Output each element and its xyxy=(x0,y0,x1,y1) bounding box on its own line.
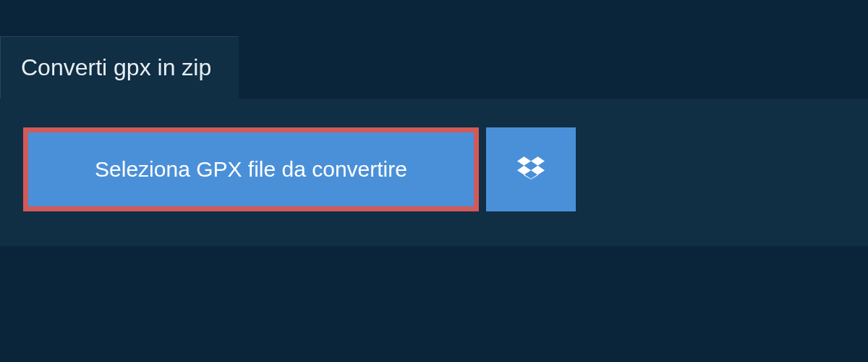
select-file-button[interactable]: Seleziona GPX file da convertire xyxy=(23,127,479,211)
dropbox-icon xyxy=(517,154,545,185)
button-row: Seleziona GPX file da convertire xyxy=(23,127,845,211)
tab-label: Converti gpx in zip xyxy=(21,54,211,80)
tab-convert[interactable]: Converti gpx in zip xyxy=(0,36,239,98)
dropbox-button[interactable] xyxy=(486,127,576,211)
select-file-label: Seleziona GPX file da convertire xyxy=(95,157,407,182)
convert-panel: Seleziona GPX file da convertire xyxy=(0,98,868,246)
